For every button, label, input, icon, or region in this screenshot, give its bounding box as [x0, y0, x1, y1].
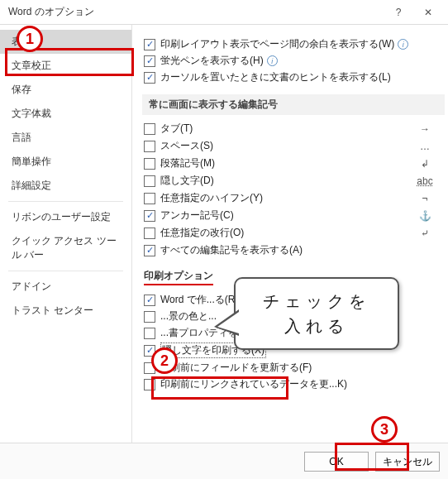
- checkbox-icon[interactable]: [144, 55, 155, 67]
- checkbox-icon[interactable]: [144, 379, 155, 390]
- ok-button[interactable]: OK: [304, 452, 369, 472]
- checkbox-icon[interactable]: [144, 311, 155, 323]
- info-icon[interactable]: [398, 39, 408, 50]
- check-optional-break[interactable]: 任意指定の改行(O)⤶: [144, 226, 445, 240]
- check-tooltips[interactable]: カーソルを置いたときに文書のヒントを表示する(L): [144, 70, 445, 84]
- check-page-margin[interactable]: 印刷レイアウト表示でページ間の余白を表示する(W): [144, 37, 445, 51]
- help-button[interactable]: ?: [384, 2, 413, 22]
- sidebar-nav: 表示 文章校正 保存 文字体裁 言語 簡単操作 詳細設定 リボンのユーザー設定 …: [0, 25, 132, 443]
- sidebar-item-ease[interactable]: 簡単操作: [0, 150, 131, 174]
- sidebar-item-proofing[interactable]: 文章校正: [0, 54, 131, 78]
- window-title: Word のオプション: [8, 5, 384, 19]
- title-bar: Word のオプション ? ✕: [0, 0, 448, 25]
- section-header-marks: 常に画面に表示する編集記号: [142, 94, 445, 115]
- close-button[interactable]: ✕: [413, 2, 443, 22]
- sidebar-separator: [8, 201, 123, 202]
- checkbox-icon[interactable]: [144, 295, 155, 306]
- sidebar-item-advanced[interactable]: 詳細設定: [0, 174, 131, 198]
- checkbox-icon[interactable]: [144, 245, 155, 256]
- checkbox-icon[interactable]: [144, 123, 155, 135]
- checkbox-icon[interactable]: [144, 210, 155, 222]
- sidebar-separator: [8, 271, 123, 271]
- sidebar-item-typography[interactable]: 文字体裁: [0, 102, 131, 126]
- checkbox-icon[interactable]: [144, 228, 155, 239]
- check-update-linked[interactable]: 印刷前にリンクされているデータを更...K): [144, 377, 445, 391]
- sidebar-item-ribbon[interactable]: リボンのユーザー設定: [0, 205, 131, 229]
- sidebar-item-qat[interactable]: クイック アクセス ツール バー: [0, 229, 131, 267]
- checkbox-icon[interactable]: [144, 193, 155, 204]
- check-all-marks[interactable]: すべての編集記号を表示する(A): [144, 243, 445, 257]
- checkbox-icon[interactable]: [144, 141, 155, 152]
- annotation-callout: チェックを 入れる: [234, 277, 399, 350]
- sidebar-item-language[interactable]: 言語: [0, 126, 131, 150]
- check-paragraph[interactable]: 段落記号(M)↲: [144, 156, 445, 170]
- annotation-number-1: 1: [17, 26, 43, 52]
- check-tab[interactable]: タブ(T)→: [144, 122, 445, 136]
- checkbox-icon[interactable]: [144, 72, 155, 84]
- checkbox-icon[interactable]: [144, 39, 155, 50]
- section-header-print: 印刷オプション: [144, 269, 213, 285]
- sidebar-item-addins[interactable]: アドイン: [0, 275, 131, 299]
- check-anchor[interactable]: アンカー記号(C)⚓: [144, 208, 445, 223]
- main-panel: 印刷レイアウト表示でページ間の余白を表示する(W) 蛍光ペンを表示する(H) カ…: [132, 25, 448, 443]
- check-optional-hyphen[interactable]: 任意指定のハイフン(Y)¬: [144, 191, 445, 205]
- sidebar-item-save[interactable]: 保存: [0, 78, 131, 102]
- checkbox-icon[interactable]: [144, 175, 155, 187]
- annotation-number-3: 3: [371, 416, 398, 443]
- cancel-button[interactable]: キャンセル: [375, 452, 440, 472]
- check-space[interactable]: スペース(S)…: [144, 139, 445, 153]
- checkbox-icon[interactable]: [144, 328, 155, 339]
- checkbox-icon[interactable]: [144, 158, 155, 170]
- info-icon[interactable]: [267, 55, 278, 66]
- check-hidden-text[interactable]: 隠し文字(D)abc: [144, 174, 445, 188]
- sidebar-item-trust[interactable]: トラスト センター: [0, 299, 131, 323]
- check-update-fields[interactable]: 印刷前にフィールドを更新する(F): [144, 361, 445, 375]
- check-highlighter[interactable]: 蛍光ペンを表示する(H): [144, 54, 445, 68]
- annotation-number-2: 2: [151, 347, 178, 374]
- dialog-footer: OK キャンセル: [0, 443, 448, 479]
